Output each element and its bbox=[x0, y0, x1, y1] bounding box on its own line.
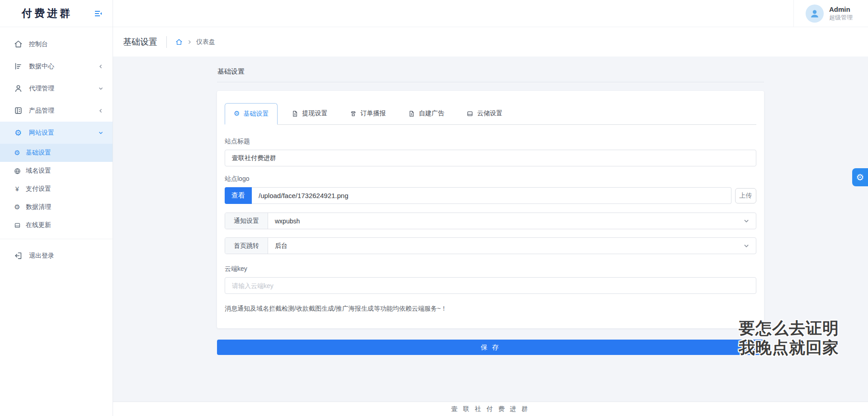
tab-label: 订单播报 bbox=[360, 109, 386, 118]
drive-icon bbox=[14, 222, 21, 229]
sidebar-subitem-basic-settings[interactable]: ⚙ 基础设置 bbox=[0, 144, 113, 162]
gear-icon: ⚙ bbox=[13, 129, 23, 137]
footer-text: 壹 联 社 付 费 进 群 bbox=[451, 405, 529, 413]
tab-basic-settings[interactable]: ⚙ 基础设置 bbox=[225, 103, 278, 125]
admin-role: 超级管理 bbox=[829, 14, 853, 21]
sidebar-item-agent[interactable]: 代理管理 bbox=[0, 77, 113, 99]
topbar: Admin 超级管理 bbox=[113, 0, 868, 27]
gear-icon: ⚙ bbox=[234, 110, 240, 117]
sidebar-item-site-settings[interactable]: ⚙ 网站设置 bbox=[0, 122, 113, 144]
site-title-row: 站点标题 bbox=[225, 137, 756, 166]
chart-icon bbox=[13, 62, 23, 71]
sidebar-collapse-icon[interactable] bbox=[94, 9, 103, 18]
cloud-key-row: 云端key bbox=[225, 265, 756, 294]
settings-tabs: ⚙ 基础设置 提现设置 bbox=[225, 103, 756, 125]
user-icon bbox=[13, 84, 23, 93]
sidebar-subitem-domain-settings[interactable]: 域名设置 bbox=[0, 162, 113, 180]
chevron-down-icon bbox=[98, 130, 104, 136]
site-title-label: 站点标题 bbox=[225, 137, 756, 146]
sidebar-item-label: 代理管理 bbox=[29, 85, 54, 93]
admin-name: Admin bbox=[829, 5, 853, 14]
sidebar: 付费进群 控制台 数据中心 bbox=[0, 0, 113, 416]
sidebar-subitem-label: 基础设置 bbox=[26, 149, 51, 157]
sidebar-nav: 控制台 数据中心 代理管理 bbox=[0, 27, 113, 416]
home-jump-select-value: 后台 bbox=[268, 242, 743, 250]
home-icon bbox=[13, 40, 23, 48]
globe-icon bbox=[14, 168, 21, 175]
notify-select-label: 通知设置 bbox=[225, 213, 268, 229]
site-logo-group: 查看 上传 bbox=[225, 187, 756, 204]
chevron-right-icon bbox=[187, 39, 192, 45]
sidebar-subitem-data-cleanup[interactable]: ⚙ 数据清理 bbox=[0, 198, 113, 216]
sidebar-item-console[interactable]: 控制台 bbox=[0, 33, 113, 55]
sidebar-logo-row: 付费进群 bbox=[0, 0, 113, 27]
settings-card: ⚙ 基础设置 提现设置 bbox=[217, 91, 764, 328]
site-title-input[interactable] bbox=[225, 150, 756, 166]
cloud-key-input[interactable] bbox=[225, 277, 756, 294]
save-button[interactable]: 保 存 bbox=[217, 340, 764, 355]
footer: 壹 联 社 付 费 进 群 bbox=[113, 402, 868, 416]
sidebar-item-label: 网站设置 bbox=[29, 129, 54, 137]
sidebar-subitem-label: 支付设置 bbox=[26, 185, 51, 193]
upload-button[interactable]: 上传 bbox=[735, 188, 756, 203]
app-logo: 付费进群 bbox=[22, 6, 72, 20]
chevron-down-icon bbox=[743, 218, 750, 224]
tab-self-ads[interactable]: 自建广告 bbox=[400, 103, 453, 124]
sidebar-item-label: 退出登录 bbox=[29, 252, 54, 260]
sidebar-item-data-center[interactable]: 数据中心 bbox=[0, 55, 113, 77]
sidebar-item-label: 数据中心 bbox=[29, 62, 54, 71]
site-settings-submenu: ⚙ 基础设置 域名设置 ¥ 支付设置 ⚙ 数据清理 bbox=[0, 144, 113, 234]
sidebar-subitem-online-update[interactable]: 在线更新 bbox=[0, 216, 113, 234]
breadcrumb-divider bbox=[166, 36, 167, 48]
view-button[interactable]: 查看 bbox=[225, 187, 252, 204]
avatar bbox=[806, 5, 824, 23]
cloud-key-label: 云端key bbox=[225, 265, 756, 273]
section-divider bbox=[217, 82, 764, 82]
sidebar-subitem-label: 域名设置 bbox=[26, 167, 51, 175]
document-icon bbox=[408, 110, 415, 117]
logo-path-input[interactable] bbox=[252, 187, 731, 204]
profile-menu[interactable]: Admin 超级管理 bbox=[793, 0, 868, 27]
sidebar-item-label: 控制台 bbox=[29, 40, 48, 48]
sidebar-item-logout[interactable]: 退出登录 bbox=[0, 245, 113, 267]
sidebar-subitem-label: 在线更新 bbox=[26, 221, 51, 229]
document-icon bbox=[292, 110, 298, 117]
floating-settings-button[interactable]: ⚙ bbox=[852, 168, 868, 186]
printer-icon bbox=[350, 110, 357, 117]
chevron-left-icon bbox=[98, 64, 104, 69]
tab-label: 基础设置 bbox=[243, 110, 269, 118]
yen-icon: ¥ bbox=[14, 185, 21, 193]
content-inner: 基础设置 ⚙ 基础设置 提现设置 bbox=[217, 57, 764, 355]
tab-withdraw-settings[interactable]: 提现设置 bbox=[283, 103, 336, 124]
sidebar-item-product[interactable]: 产品管理 bbox=[0, 99, 113, 122]
gear-icon: ⚙ bbox=[14, 150, 21, 156]
chevron-left-icon bbox=[98, 108, 104, 113]
breadcrumb-dashboard[interactable]: 仪表盘 bbox=[196, 38, 215, 46]
home-jump-select-label: 首页跳转 bbox=[225, 238, 268, 254]
site-logo-label: 站点logo bbox=[225, 175, 756, 183]
tab-label: 云储设置 bbox=[477, 109, 502, 118]
app-root: 付费进群 控制台 数据中心 bbox=[0, 0, 868, 416]
tab-label: 自建广告 bbox=[419, 109, 444, 118]
tab-cloud-storage[interactable]: 云储设置 bbox=[458, 103, 511, 124]
profile-meta: Admin 超级管理 bbox=[829, 5, 853, 21]
home-icon[interactable] bbox=[175, 38, 183, 46]
tab-order-broadcast[interactable]: 订单播报 bbox=[341, 103, 394, 124]
sidebar-item-label: 产品管理 bbox=[29, 107, 54, 115]
gear-icon: ⚙ bbox=[856, 173, 864, 182]
chevron-down-icon bbox=[98, 86, 104, 91]
logout-icon bbox=[13, 251, 23, 260]
notify-select[interactable]: 通知设置 wxpubsh bbox=[225, 213, 756, 229]
sidebar-subitem-label: 数据清理 bbox=[26, 203, 51, 211]
page-title: 基础设置 bbox=[123, 36, 157, 48]
site-logo-row: 站点logo 查看 上传 bbox=[225, 175, 756, 204]
content-area: 基础设置 ⚙ 基础设置 提现设置 bbox=[113, 57, 868, 402]
tab-label: 提现设置 bbox=[302, 109, 327, 118]
breadcrumb: 基础设置 仪表盘 bbox=[113, 27, 868, 57]
gear-icon: ⚙ bbox=[14, 204, 21, 211]
notify-select-value: wxpubsh bbox=[268, 217, 743, 225]
sidebar-divider bbox=[0, 239, 113, 239]
sidebar-subitem-payment-settings[interactable]: ¥ 支付设置 bbox=[0, 180, 113, 198]
section-title: 基础设置 bbox=[217, 63, 764, 82]
home-jump-select[interactable]: 首页跳转 后台 bbox=[225, 237, 756, 254]
